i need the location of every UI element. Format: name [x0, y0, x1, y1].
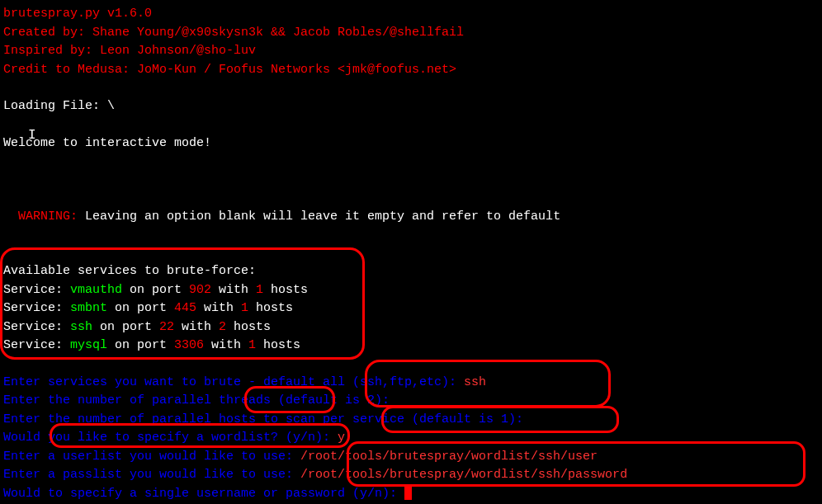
warning-text: Leaving an option blank will leave it em… — [78, 210, 560, 224]
prompt-single-cred[interactable]: Would to specify a single username or pa… — [3, 485, 819, 504]
cursor-block-icon — [404, 487, 412, 500]
service-port: 3306 — [174, 338, 204, 352]
service-row: Service: smbnt on port 445 with 1 hosts — [3, 299, 819, 318]
prompt-threads[interactable]: Enter the number of parallel threads (de… — [3, 392, 819, 411]
service-name: ssh — [70, 320, 92, 334]
credit-line: Credit to Medusa: JoMo-Kun / Foofus Netw… — [3, 61, 819, 80]
created-by-line: Created by: Shane Young/@x90skysn3k && J… — [3, 24, 819, 43]
service-row: Service: vmauthd on port 902 with 1 host… — [3, 281, 819, 300]
text-cursor-icon: I — [28, 125, 36, 145]
service-name: mysql — [70, 338, 107, 352]
prompt-passlist[interactable]: Enter a passlist you would like to use: … — [3, 466, 819, 485]
services-header: Available services to brute-force: — [3, 262, 819, 281]
prompt-services[interactable]: Enter services you want to brute - defau… — [3, 374, 819, 393]
inspired-by-line: Inspired by: Leon Johnson/@sho-luv — [3, 42, 819, 61]
service-port: 445 — [174, 301, 196, 315]
prompt-answer: /root/tools/brutespray/wordlist/ssh/user — [300, 450, 598, 464]
prompt-userlist[interactable]: Enter a userlist you would like to use: … — [3, 448, 819, 467]
service-port: 902 — [189, 283, 211, 297]
service-row: Service: ssh on port 22 with 2 hosts — [3, 318, 819, 337]
prompt-answer: ssh — [464, 375, 486, 389]
prompt-answer: y — [338, 431, 345, 445]
service-row: Service: mysql on port 3306 with 1 hosts — [3, 337, 819, 356]
service-port: 22 — [159, 320, 174, 334]
loading-line: Loading File: \ — [3, 97, 819, 116]
service-name: vmauthd — [70, 283, 122, 297]
welcome-line: Welcome to interactive mode! — [3, 134, 819, 153]
service-hosts: 1 — [248, 338, 256, 352]
warning-label: WARNING: — [18, 210, 78, 224]
header-block: brutespray.py v1.6.0 Created by: Shane Y… — [3, 5, 819, 79]
service-hosts: 1 — [256, 283, 263, 297]
service-name: smbnt — [70, 301, 107, 315]
version-line: brutespray.py v1.6.0 — [3, 5, 819, 24]
prompt-answer: /root/tools/brutespray/wordlist/ssh/pass… — [300, 468, 627, 482]
service-hosts: 1 — [241, 301, 248, 315]
warning-line: WARNING: Leaving an option blank will le… — [3, 189, 819, 226]
prompt-wordlist[interactable]: Would you like to specify a wordlist? (y… — [3, 429, 819, 448]
service-hosts: 2 — [219, 320, 226, 334]
prompt-hosts[interactable]: Enter the number of parallel hosts to sc… — [3, 411, 819, 430]
